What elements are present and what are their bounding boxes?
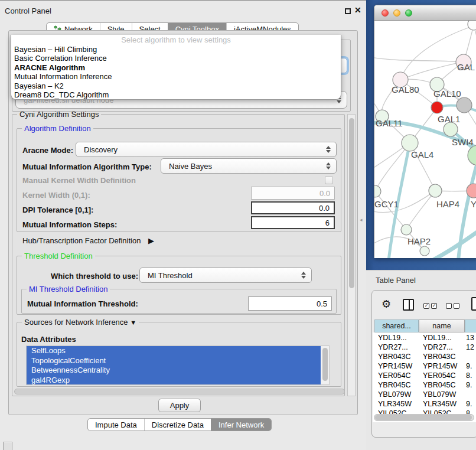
panel-dock-icon[interactable] bbox=[3, 442, 12, 450]
network-canvas[interactable]: GAL GAL80 GAL10 GAL1 GAL11 SWI4 GAL4 GCY… bbox=[374, 21, 476, 258]
close-traffic-light-icon[interactable] bbox=[382, 9, 389, 17]
network-edges-highlighted bbox=[374, 106, 476, 258]
hub-definition-label: Hub/Transcription Factor Definition bbox=[22, 236, 141, 245]
node-hap4[interactable] bbox=[429, 184, 442, 197]
deselect-all-columns-icon[interactable] bbox=[446, 303, 459, 309]
table-cell[interactable]: 9. bbox=[466, 400, 472, 408]
attribute-item-selected[interactable]: SelfLoops bbox=[27, 346, 321, 356]
node-gcy1[interactable] bbox=[374, 185, 381, 197]
popup-placeholder: Select algorithm to view settings bbox=[11, 35, 341, 45]
attribute-item-selected[interactable]: gal4RGexp bbox=[27, 376, 321, 386]
node-swi4[interactable] bbox=[468, 145, 476, 165]
list-scrollbar-thumb[interactable] bbox=[322, 348, 328, 381]
algorithm-option[interactable]: Mutual Information Inference bbox=[11, 72, 341, 81]
select-all-columns-icon[interactable]: ✓ ✓ bbox=[423, 303, 437, 309]
list-scrollbar-track[interactable] bbox=[321, 346, 329, 384]
aracne-mode-label: Aracne Mode: bbox=[22, 146, 73, 155]
apply-button[interactable]: Apply bbox=[158, 399, 201, 412]
settings-hscrollbar[interactable] bbox=[14, 389, 345, 394]
table-cell[interactable]: YBR043C bbox=[423, 353, 456, 361]
checked-box-icon: ✓ bbox=[431, 303, 437, 309]
manual-kernel-checkbox[interactable] bbox=[325, 176, 333, 184]
tab-infer-network[interactable]: Infer Network bbox=[211, 419, 271, 431]
zoom-traffic-light-icon[interactable] bbox=[405, 9, 412, 17]
column-header-partial[interactable] bbox=[465, 319, 476, 332]
threshold-definition-title: Threshold Definition bbox=[22, 252, 95, 260]
table-hscrollbar-track[interactable] bbox=[374, 414, 474, 421]
screen: Control Panel ✕ Network Style Select Cyn… bbox=[0, 0, 476, 450]
export-table-icon[interactable] bbox=[471, 297, 476, 311]
table-cell[interactable]: YPR145W bbox=[423, 362, 457, 370]
table-cell[interactable]: YDR27... bbox=[423, 343, 453, 351]
node-label: GAL1 bbox=[438, 114, 460, 124]
column-header-name[interactable]: name bbox=[419, 319, 465, 332]
tab-impute-data[interactable]: Impute Data bbox=[88, 419, 144, 431]
node-gal4[interactable] bbox=[402, 135, 418, 151]
table-cell[interactable]: YLR345W bbox=[378, 400, 412, 408]
table-cell[interactable]: YLR345W bbox=[423, 400, 457, 408]
table-cell[interactable]: YER054C bbox=[378, 371, 411, 380]
table-cell[interactable]: YBR043C bbox=[378, 353, 411, 361]
close-icon[interactable]: ✕ bbox=[354, 5, 361, 15]
node-red-selected[interactable] bbox=[431, 102, 443, 113]
table-cell[interactable]: YBL079W bbox=[423, 390, 456, 399]
table-cell[interactable]: 9. bbox=[466, 362, 472, 370]
node-gray[interactable] bbox=[457, 97, 472, 113]
node-gal1[interactable] bbox=[444, 122, 458, 136]
which-threshold-label: Which threshold to use: bbox=[51, 272, 138, 281]
table-cell[interactable]: 9. bbox=[466, 381, 472, 389]
column-header-shared[interactable]: shared... bbox=[374, 319, 419, 332]
table-cell[interactable]: YBR045C bbox=[423, 381, 456, 389]
table-cell[interactable]: YER054C bbox=[423, 371, 456, 380]
node-partial-bottom[interactable] bbox=[420, 246, 429, 256]
table-cell[interactable]: YDR27... bbox=[378, 343, 408, 351]
splitter-collapse-icon[interactable]: ◂ bbox=[360, 217, 363, 223]
table-cell[interactable]: 12 bbox=[466, 343, 474, 351]
which-threshold-value: MI Threshold bbox=[148, 271, 193, 280]
hub-definition-expander[interactable]: Hub/Transcription Factor Definition ▶ bbox=[22, 236, 154, 245]
mi-steps-label: Mutual Information Steps: bbox=[22, 220, 117, 229]
algorithm-option[interactable]: Dream8 DC_TDC Algorithm bbox=[11, 90, 341, 99]
settings-scrollbar-track[interactable] bbox=[347, 114, 356, 396]
table-cell[interactable]: YDL19... bbox=[423, 334, 452, 342]
node-partial-top[interactable] bbox=[468, 21, 476, 30]
which-threshold-combobox[interactable]: MI Threshold bbox=[139, 268, 312, 283]
node-label: HAP4 bbox=[436, 199, 459, 209]
gear-icon[interactable]: ⚙ bbox=[382, 299, 391, 309]
mi-threshold-field[interactable]: 0.5 bbox=[248, 296, 332, 311]
panel-title: Control Panel bbox=[5, 6, 51, 15]
node-hap2[interactable] bbox=[401, 224, 412, 235]
settings-scrollbar-thumb[interactable] bbox=[349, 118, 354, 288]
split-columns-icon[interactable] bbox=[403, 299, 414, 311]
sources-title-label: Sources for Network Inference bbox=[24, 318, 128, 327]
table-hscrollbar-thumb[interactable] bbox=[375, 415, 472, 420]
table-cell[interactable]: YPR145W bbox=[378, 362, 412, 370]
dpi-tolerance-field[interactable]: 0.0 bbox=[251, 201, 335, 214]
algorithm-option[interactable]: Bayesian – K2 bbox=[11, 81, 341, 90]
kernel-width-field[interactable]: 0.0 bbox=[251, 187, 335, 200]
float-window-icon[interactable] bbox=[345, 8, 351, 14]
tab-discretize-data[interactable]: Discretize Data bbox=[144, 419, 211, 431]
attribute-item-selected[interactable]: BetweennessCentrality bbox=[27, 366, 321, 376]
node-label: HAP2 bbox=[407, 236, 431, 246]
mi-type-combobox[interactable]: Naive Bayes bbox=[161, 158, 337, 174]
aracne-mode-combobox[interactable]: Discovery bbox=[76, 142, 337, 157]
algorithm-option[interactable]: Basic Correlation Inference bbox=[11, 54, 341, 63]
network-window[interactable]: GAL GAL80 GAL10 GAL1 GAL11 SWI4 GAL4 GCY… bbox=[374, 5, 476, 258]
table-cell[interactable]: YBL079W bbox=[378, 390, 411, 399]
algorithm-option[interactable]: Bayesian – Hill Climbing bbox=[11, 45, 341, 54]
attribute-item-selected[interactable]: TopologicalCoefficient bbox=[27, 356, 321, 366]
table-cell[interactable]: 13 bbox=[466, 334, 474, 342]
table-cell[interactable]: YBR045C bbox=[378, 381, 411, 389]
minimize-traffic-light-icon[interactable] bbox=[393, 9, 400, 17]
table-cell[interactable]: 8. bbox=[466, 371, 472, 380]
network-window-titlebar[interactable] bbox=[374, 5, 476, 21]
data-attributes-list[interactable]: SelfLoops TopologicalCoefficient Between… bbox=[26, 345, 330, 385]
algorithm-option-selected[interactable]: ARACNE Algorithm bbox=[11, 63, 341, 72]
node-label: GAL10 bbox=[433, 89, 461, 99]
table-cell[interactable]: YDL19... bbox=[378, 334, 407, 342]
sources-group-title[interactable]: Sources for Network Inference ▼ bbox=[22, 318, 139, 327]
expand-right-icon: ▶ bbox=[148, 236, 154, 245]
mi-steps-field[interactable]: 6 bbox=[251, 216, 335, 229]
manual-kernel-label: Manual Kernel Width Definition bbox=[22, 176, 136, 185]
